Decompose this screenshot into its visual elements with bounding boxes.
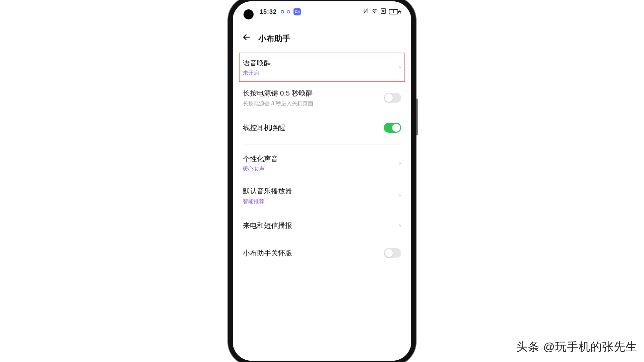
battery-frame: 1 <box>389 9 398 14</box>
setting-title: 默认音乐播放器 <box>243 186 399 196</box>
phone-side-button <box>416 99 418 135</box>
toggle-power-wake[interactable] <box>384 93 401 103</box>
highlight-annotation: 语音唤醒 未开启 › <box>239 53 405 82</box>
indicator-dot-purple <box>287 10 290 13</box>
phone-screen: 15:32 Co 1 ϟ <box>233 1 411 361</box>
setting-title: 小布助手关怀版 <box>243 248 384 258</box>
setting-title: 线控耳机唤醒 <box>243 123 384 132</box>
chevron-right-icon: › <box>399 191 401 200</box>
toggle-wired-headset[interactable] <box>384 123 401 133</box>
setting-subtitle: 未开启 <box>243 70 399 77</box>
setting-call-sms-announce[interactable]: 来电和短信播报 › <box>239 212 405 239</box>
charging-bolt-icon: ϟ <box>399 9 402 14</box>
setting-title: 个性化声音 <box>243 154 399 164</box>
wifi-icon <box>371 8 378 15</box>
status-indicators: Co <box>281 8 301 15</box>
svg-point-0 <box>374 12 375 13</box>
setting-wired-headset-wake[interactable]: 线控耳机唤醒 <box>239 114 405 141</box>
camera-punch-hole <box>244 9 254 19</box>
watermark-text: 头条 @玩手机的张先生 <box>516 339 637 355</box>
setting-title: 来电和短信播报 <box>243 221 399 230</box>
status-x-icon <box>381 8 386 15</box>
setting-subtitle: 长按电源键 3 秒进入关机页面 <box>243 100 384 107</box>
indicator-dot-blue <box>281 10 284 13</box>
toggle-care-mode[interactable] <box>384 248 401 258</box>
page-header: 小布助手 <box>233 22 411 51</box>
app-badge-icon: Co <box>293 8 301 15</box>
chevron-right-icon: › <box>399 63 401 72</box>
status-right: 1 ϟ <box>363 8 402 16</box>
setting-subtitle: 智能推荐 <box>243 198 399 205</box>
setting-power-button-wake[interactable]: 长按电源键 0.5 秒唤醒 长按电源键 3 秒进入关机页面 <box>239 81 405 114</box>
setting-care-mode[interactable]: 小布助手关怀版 <box>239 239 405 267</box>
phone-frame: 15:32 Co 1 ϟ <box>228 0 416 362</box>
setting-voice-customization[interactable]: 个性化声音 暖心女声 › <box>239 147 405 179</box>
back-arrow-icon[interactable] <box>242 33 251 44</box>
settings-list: 语音唤醒 未开启 › 长按电源键 0.5 秒唤醒 长按电源键 3 秒进入关机页面… <box>233 53 411 267</box>
chevron-right-icon: › <box>399 159 401 168</box>
setting-title: 长按电源键 0.5 秒唤醒 <box>243 88 384 98</box>
setting-voice-wake[interactable]: 语音唤醒 未开启 › <box>239 53 405 81</box>
setting-default-music-player[interactable]: 默认音乐播放器 智能推荐 › <box>239 179 405 212</box>
nfc-icon <box>363 8 369 16</box>
setting-title: 语音唤醒 <box>243 58 399 68</box>
status-bar: 15:32 Co 1 ϟ <box>233 1 411 22</box>
status-time: 15:32 <box>260 8 277 15</box>
separator <box>243 144 401 144</box>
battery-indicator: 1 ϟ <box>389 9 402 14</box>
setting-subtitle: 暖心女声 <box>243 166 399 173</box>
page-title: 小布助手 <box>258 33 290 44</box>
chevron-right-icon: › <box>399 221 401 230</box>
